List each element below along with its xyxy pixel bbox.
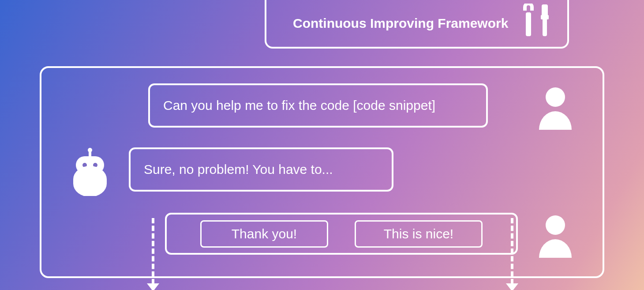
framework-box: Continuous Improving Framework [265,0,569,49]
svg-rect-2 [543,17,547,36]
user-reply-b: This is nice! [355,220,483,248]
svg-rect-3 [541,15,549,19]
framework-title: Continuous Improving Framework [293,16,508,31]
user-icon [535,86,575,130]
tools-icon [520,4,555,43]
user-reply-a: Thank you! [200,220,328,248]
bot-message-text: Sure, no problem! You have to... [144,162,333,177]
svg-point-10 [546,215,565,235]
user-message-1: Can you help me to fix the code [code sn… [148,83,488,128]
svg-point-4 [546,87,565,107]
svg-rect-6 [89,151,91,156]
svg-rect-0 [526,12,531,36]
svg-rect-1 [542,4,548,17]
user-icon [535,214,575,258]
arrow-down-right [511,218,513,284]
user-reply-b-text: This is nice! [384,226,453,241]
bot-icon [68,147,112,196]
arrow-down-left [152,218,154,284]
bot-message: Sure, no problem! You have to... [129,147,393,192]
conversation-container: Can you help me to fix the code [code sn… [40,66,604,278]
arrow-head-right [506,283,518,290]
arrow-head-left [147,283,159,290]
user-reply-a-text: Thank you! [232,226,297,241]
user-reply-group: Thank you! This is nice! [165,213,518,255]
user-message-1-text: Can you help me to fix the code [code sn… [163,98,435,113]
